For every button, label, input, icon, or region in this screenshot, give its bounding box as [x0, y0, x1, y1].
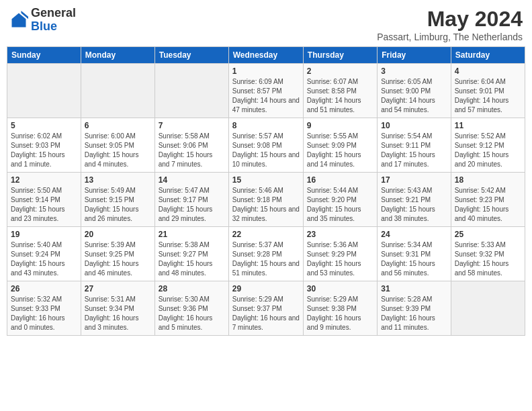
day-number-4: 4: [455, 66, 521, 76]
day-number-13: 13: [85, 175, 151, 185]
cell-w1-d2: 7Sunrise: 5:58 AM Sunset: 9:06 PM Daylig…: [154, 118, 228, 173]
cell-w2-d4: 16Sunrise: 5:44 AM Sunset: 9:20 PM Dayli…: [303, 173, 377, 227]
day-info-10: Sunrise: 5:54 AM Sunset: 9:11 PM Dayligh…: [381, 132, 447, 169]
cell-w3-d2: 21Sunrise: 5:38 AM Sunset: 9:27 PM Dayli…: [154, 227, 228, 281]
location: Passart, Limburg, The Netherlands: [377, 32, 523, 42]
day-info-9: Sunrise: 5:55 AM Sunset: 9:09 PM Dayligh…: [307, 132, 373, 169]
day-number-11: 11: [455, 121, 521, 130]
day-info-18: Sunrise: 5:42 AM Sunset: 9:23 PM Dayligh…: [455, 186, 521, 224]
cell-w1-d0: 5Sunrise: 6:02 AM Sunset: 9:03 PM Daylig…: [7, 118, 81, 173]
day-number-1: 1: [232, 66, 300, 76]
cell-w4-d3: 29Sunrise: 5:29 AM Sunset: 9:37 PM Dayli…: [228, 281, 303, 336]
day-info-5: Sunrise: 6:02 AM Sunset: 9:03 PM Dayligh…: [11, 132, 77, 169]
day-info-8: Sunrise: 5:57 AM Sunset: 9:08 PM Dayligh…: [232, 132, 300, 169]
day-info-26: Sunrise: 5:32 AM Sunset: 9:33 PM Dayligh…: [11, 295, 77, 332]
cell-w2-d2: 14Sunrise: 5:47 AM Sunset: 9:17 PM Dayli…: [154, 173, 228, 227]
week-row-2: 12Sunrise: 5:50 AM Sunset: 9:14 PM Dayli…: [7, 173, 525, 227]
week-row-3: 19Sunrise: 5:40 AM Sunset: 9:24 PM Dayli…: [7, 227, 525, 281]
logo-blue: Blue: [31, 20, 76, 34]
logo-text: General Blue: [31, 7, 76, 34]
cell-w2-d1: 13Sunrise: 5:49 AM Sunset: 9:15 PM Dayli…: [81, 173, 154, 227]
day-info-19: Sunrise: 5:40 AM Sunset: 9:24 PM Dayligh…: [11, 240, 77, 278]
calendar-table: Sunday Monday Tuesday Wednesday Thursday…: [7, 46, 525, 336]
col-friday: Friday: [378, 47, 451, 64]
cell-w0-d2: [154, 64, 228, 118]
day-number-17: 17: [381, 175, 447, 185]
cell-w0-d1: [81, 64, 154, 118]
day-info-29: Sunrise: 5:29 AM Sunset: 9:37 PM Dayligh…: [232, 295, 300, 332]
calendar-body: 1Sunrise: 6:09 AM Sunset: 8:57 PM Daylig…: [7, 64, 525, 336]
cell-w4-d5: 31Sunrise: 5:28 AM Sunset: 9:39 PM Dayli…: [378, 281, 451, 336]
day-info-13: Sunrise: 5:49 AM Sunset: 9:15 PM Dayligh…: [85, 186, 151, 224]
cell-w1-d5: 10Sunrise: 5:54 AM Sunset: 9:11 PM Dayli…: [378, 118, 451, 173]
day-number-10: 10: [381, 121, 447, 130]
day-number-8: 8: [232, 121, 300, 130]
cell-w2-d5: 17Sunrise: 5:43 AM Sunset: 9:21 PM Dayli…: [378, 173, 451, 227]
day-info-23: Sunrise: 5:36 AM Sunset: 9:29 PM Dayligh…: [307, 240, 373, 278]
day-number-26: 26: [11, 284, 77, 293]
cell-w2-d3: 15Sunrise: 5:46 AM Sunset: 9:18 PM Dayli…: [228, 173, 303, 227]
cell-w1-d6: 11Sunrise: 5:52 AM Sunset: 9:12 PM Dayli…: [451, 118, 525, 173]
cell-w0-d4: 2Sunrise: 6:07 AM Sunset: 8:58 PM Daylig…: [303, 64, 377, 118]
day-info-11: Sunrise: 5:52 AM Sunset: 9:12 PM Dayligh…: [455, 132, 521, 169]
day-number-7: 7: [159, 121, 225, 130]
cell-w0-d3: 1Sunrise: 6:09 AM Sunset: 8:57 PM Daylig…: [228, 64, 303, 118]
day-info-21: Sunrise: 5:38 AM Sunset: 9:27 PM Dayligh…: [159, 240, 225, 278]
week-row-1: 5Sunrise: 6:02 AM Sunset: 9:03 PM Daylig…: [7, 118, 525, 173]
cell-w0-d5: 3Sunrise: 6:05 AM Sunset: 9:00 PM Daylig…: [378, 64, 451, 118]
day-info-24: Sunrise: 5:34 AM Sunset: 9:31 PM Dayligh…: [381, 240, 447, 278]
cell-w0-d6: 4Sunrise: 6:04 AM Sunset: 9:01 PM Daylig…: [451, 64, 525, 118]
col-monday: Monday: [81, 47, 154, 64]
day-info-4: Sunrise: 6:04 AM Sunset: 9:01 PM Dayligh…: [455, 77, 521, 115]
day-info-2: Sunrise: 6:07 AM Sunset: 8:58 PM Dayligh…: [307, 77, 373, 115]
cell-w4-d1: 27Sunrise: 5:31 AM Sunset: 9:34 PM Dayli…: [81, 281, 154, 336]
cell-w2-d6: 18Sunrise: 5:42 AM Sunset: 9:23 PM Dayli…: [451, 173, 525, 227]
col-sunday: Sunday: [7, 47, 81, 64]
day-info-15: Sunrise: 5:46 AM Sunset: 9:18 PM Dayligh…: [232, 186, 300, 224]
day-number-25: 25: [455, 230, 521, 239]
day-info-22: Sunrise: 5:37 AM Sunset: 9:28 PM Dayligh…: [232, 240, 300, 278]
cell-w3-d4: 23Sunrise: 5:36 AM Sunset: 9:29 PM Dayli…: [303, 227, 377, 281]
day-number-2: 2: [307, 66, 373, 76]
cell-w3-d1: 20Sunrise: 5:39 AM Sunset: 9:25 PM Dayli…: [81, 227, 154, 281]
day-number-18: 18: [455, 175, 521, 185]
logo-icon: [9, 11, 28, 30]
day-info-30: Sunrise: 5:29 AM Sunset: 9:38 PM Dayligh…: [307, 295, 373, 332]
day-number-15: 15: [232, 175, 300, 185]
cell-w3-d3: 22Sunrise: 5:37 AM Sunset: 9:28 PM Dayli…: [228, 227, 303, 281]
day-info-3: Sunrise: 6:05 AM Sunset: 9:00 PM Dayligh…: [381, 77, 447, 115]
cell-w3-d5: 24Sunrise: 5:34 AM Sunset: 9:31 PM Dayli…: [378, 227, 451, 281]
logo: General Blue: [9, 7, 76, 34]
cell-w1-d1: 6Sunrise: 6:00 AM Sunset: 9:05 PM Daylig…: [81, 118, 154, 173]
col-saturday: Saturday: [451, 47, 525, 64]
header-row: Sunday Monday Tuesday Wednesday Thursday…: [7, 47, 525, 64]
cell-w0-d0: [7, 64, 81, 118]
col-wednesday: Wednesday: [228, 47, 303, 64]
cell-w1-d3: 8Sunrise: 5:57 AM Sunset: 9:08 PM Daylig…: [228, 118, 303, 173]
day-number-14: 14: [159, 175, 225, 185]
calendar-header: Sunday Monday Tuesday Wednesday Thursday…: [7, 47, 525, 64]
day-number-3: 3: [381, 66, 447, 76]
day-info-6: Sunrise: 6:00 AM Sunset: 9:05 PM Dayligh…: [85, 132, 151, 169]
day-number-30: 30: [307, 284, 373, 293]
cell-w2-d0: 12Sunrise: 5:50 AM Sunset: 9:14 PM Dayli…: [7, 173, 81, 227]
page-header: General Blue May 2024 Passart, Limburg, …: [7, 7, 525, 42]
day-number-20: 20: [85, 230, 151, 239]
cell-w4-d0: 26Sunrise: 5:32 AM Sunset: 9:33 PM Dayli…: [7, 281, 81, 336]
day-number-6: 6: [85, 121, 151, 130]
cell-w3-d6: 25Sunrise: 5:33 AM Sunset: 9:32 PM Dayli…: [451, 227, 525, 281]
cell-w1-d4: 9Sunrise: 5:55 AM Sunset: 9:09 PM Daylig…: [303, 118, 377, 173]
day-info-25: Sunrise: 5:33 AM Sunset: 9:32 PM Dayligh…: [455, 240, 521, 278]
day-number-23: 23: [307, 230, 373, 239]
day-number-5: 5: [11, 121, 77, 130]
cell-w4-d6: [451, 281, 525, 336]
day-number-22: 22: [232, 230, 300, 239]
cell-w4-d4: 30Sunrise: 5:29 AM Sunset: 9:38 PM Dayli…: [303, 281, 377, 336]
month-title: May 2024: [377, 7, 523, 32]
day-info-14: Sunrise: 5:47 AM Sunset: 9:17 PM Dayligh…: [159, 186, 225, 224]
day-number-29: 29: [232, 284, 300, 293]
day-info-1: Sunrise: 6:09 AM Sunset: 8:57 PM Dayligh…: [232, 77, 300, 115]
day-number-12: 12: [11, 175, 77, 185]
title-block: May 2024 Passart, Limburg, The Netherlan…: [377, 7, 523, 42]
day-info-20: Sunrise: 5:39 AM Sunset: 9:25 PM Dayligh…: [85, 240, 151, 278]
